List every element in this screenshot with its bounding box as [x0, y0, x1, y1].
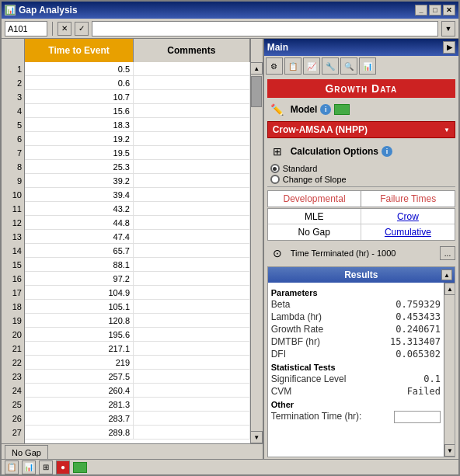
cell-time-4[interactable]: 15.6	[25, 104, 134, 118]
cell-comments-10[interactable]	[134, 188, 250, 202]
status-icon-4[interactable]: ●	[56, 460, 70, 474]
cell-comments-13[interactable]	[134, 230, 250, 244]
col-header-comments[interactable]: Comments	[134, 39, 250, 62]
cell-time-13[interactable]: 47.4	[25, 230, 134, 244]
confirm-button[interactable]: ✓	[75, 22, 89, 36]
cell-time-7[interactable]: 19.5	[25, 146, 134, 160]
cumulative-option[interactable]: Cumulative	[361, 224, 455, 240]
maximize-button[interactable]: □	[429, 5, 441, 16]
formula-bar[interactable]	[92, 21, 438, 36]
no-gap-tab[interactable]: No Gap	[5, 445, 48, 459]
model-icon[interactable]: ✏️	[267, 99, 288, 120]
table-row[interactable]: 44.8	[25, 216, 250, 230]
panel-tool-btn-3[interactable]: 📈	[303, 57, 320, 75]
table-row[interactable]: 47.4	[25, 230, 250, 244]
table-row[interactable]: 217.1	[25, 342, 250, 356]
results-scroll-up-button[interactable]: ▲	[441, 269, 452, 280]
results-scroll-down-btn[interactable]: ▼	[444, 444, 455, 457]
cell-comments-2[interactable]	[134, 76, 250, 90]
cell-time-5[interactable]: 18.3	[25, 118, 134, 132]
cell-comments-24[interactable]	[134, 384, 250, 398]
name-box[interactable]: A101	[5, 21, 47, 36]
table-row[interactable]: 19.2	[25, 132, 250, 146]
cell-comments-6[interactable]	[134, 132, 250, 146]
table-row[interactable]: 25.3	[25, 160, 250, 174]
cell-time-3[interactable]: 10.7	[25, 90, 134, 104]
col-header-time[interactable]: Time to Event	[25, 39, 134, 62]
table-row[interactable]: 39.2	[25, 174, 250, 188]
panel-tool-btn-1[interactable]: ⚙	[266, 57, 283, 75]
crow-option[interactable]: Crow	[361, 209, 455, 224]
cell-comments-3[interactable]	[134, 90, 250, 104]
cell-comments-1[interactable]	[134, 62, 250, 76]
calc-options-info-icon[interactable]: i	[382, 146, 392, 157]
formula-dropdown[interactable]: ▼	[441, 21, 455, 36]
cancel-button[interactable]: ✕	[57, 22, 71, 36]
termination-input[interactable]	[394, 411, 441, 423]
table-row[interactable]: 39.4	[25, 188, 250, 202]
table-row[interactable]: 88.1	[25, 258, 250, 272]
cell-comments-17[interactable]	[134, 286, 250, 300]
time-terminated-ellipsis-button[interactable]: ...	[440, 246, 455, 260]
table-row[interactable]: 15.6	[25, 104, 250, 118]
cell-comments-22[interactable]	[134, 356, 250, 370]
cell-time-12[interactable]: 44.8	[25, 216, 134, 230]
cell-comments-11[interactable]	[134, 202, 250, 216]
close-button[interactable]: ✕	[443, 5, 455, 16]
cell-time-16[interactable]: 97.2	[25, 272, 134, 286]
cell-comments-7[interactable]	[134, 146, 250, 160]
table-row[interactable]: 43.2	[25, 202, 250, 216]
cell-comments-15[interactable]	[134, 258, 250, 272]
change-of-slope-radio[interactable]	[270, 175, 280, 184]
cell-comments-21[interactable]	[134, 342, 250, 356]
failure-times-button[interactable]: Failure Times	[361, 190, 455, 207]
cell-time-27[interactable]: 289.8	[25, 426, 134, 440]
cell-comments-18[interactable]	[134, 300, 250, 314]
table-row[interactable]: 260.4	[25, 384, 250, 398]
table-row[interactable]: 257.5	[25, 370, 250, 384]
status-icon-3[interactable]: ⊞	[39, 460, 53, 474]
cell-time-24[interactable]: 260.4	[25, 384, 134, 398]
minimize-button[interactable]: _	[415, 5, 427, 16]
table-row[interactable]: 120.8	[25, 314, 250, 328]
cell-time-14[interactable]: 65.7	[25, 244, 134, 258]
cell-time-21[interactable]: 217.1	[25, 342, 134, 356]
standard-radio[interactable]	[270, 164, 280, 173]
vertical-scrollbar[interactable]: ▲ ▼	[250, 62, 263, 443]
cell-comments-8[interactable]	[134, 160, 250, 174]
results-scrollbar[interactable]: ▲ ▼	[444, 283, 455, 457]
table-row[interactable]: 0.6	[25, 76, 250, 90]
cell-comments-14[interactable]	[134, 244, 250, 258]
cell-time-17[interactable]: 104.9	[25, 286, 134, 300]
cell-comments-23[interactable]	[134, 370, 250, 384]
no-gap-option[interactable]: No Gap	[268, 224, 361, 240]
cell-comments-25[interactable]	[134, 398, 250, 412]
status-icon-2[interactable]: 📊	[22, 460, 36, 474]
table-row[interactable]: 219	[25, 356, 250, 370]
mle-option[interactable]: MLE	[268, 209, 361, 224]
results-scroll-up-btn[interactable]: ▲	[444, 283, 455, 295]
model-info-icon[interactable]: i	[320, 104, 331, 115]
cell-time-15[interactable]: 88.1	[25, 258, 134, 272]
cell-comments-12[interactable]	[134, 216, 250, 230]
panel-tool-btn-4[interactable]: 🔧	[322, 57, 339, 75]
cell-time-8[interactable]: 25.3	[25, 160, 134, 174]
panel-tool-btn-5[interactable]: 🔍	[340, 57, 357, 75]
cell-time-18[interactable]: 105.1	[25, 300, 134, 314]
scroll-up-button[interactable]: ▲	[250, 62, 263, 75]
cell-comments-19[interactable]	[134, 314, 250, 328]
panel-expand-button[interactable]: ▶	[443, 41, 455, 54]
cell-time-25[interactable]: 281.3	[25, 398, 134, 412]
cell-time-19[interactable]: 120.8	[25, 314, 134, 328]
cell-comments-9[interactable]	[134, 174, 250, 188]
scroll-down-button[interactable]: ▼	[250, 431, 263, 443]
cell-time-2[interactable]: 0.6	[25, 76, 134, 90]
cell-comments-20[interactable]	[134, 328, 250, 342]
scroll-thumb[interactable]	[251, 76, 262, 107]
table-row[interactable]: 10.7	[25, 90, 250, 104]
table-row[interactable]: 195.6	[25, 328, 250, 342]
panel-tool-btn-6[interactable]: 📊	[359, 57, 376, 75]
table-row[interactable]: 18.3	[25, 118, 250, 132]
time-terminated-icon[interactable]: ⊙	[267, 243, 288, 263]
panel-tool-btn-2[interactable]: 📋	[284, 57, 301, 75]
